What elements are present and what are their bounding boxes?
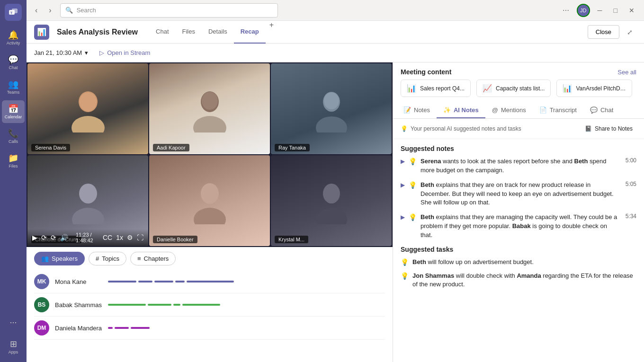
participant-label-danielle: Danielle Booker [153, 236, 197, 243]
tab-ai-notes[interactable]: ✨ AI Notes [437, 103, 485, 118]
search-box[interactable]: 🔍 Search [60, 3, 278, 18]
speed-button[interactable]: 1x [116, 234, 123, 241]
play-button[interactable]: ▶ [32, 234, 37, 241]
sidebar-item-chat[interactable]: 💬 Chat [2, 51, 25, 74]
tab-mentions[interactable]: @ Mentions [485, 103, 533, 118]
sidebar-item-more[interactable]: ··· [2, 311, 25, 334]
activity-icon: 🔔 [8, 31, 18, 39]
settings-button[interactable]: ⚙ [127, 234, 133, 241]
open-stream-label: Open in Stream [107, 49, 150, 56]
note-bulb-icon-3: 💡 [409, 213, 417, 221]
share-notes-label: Share to Notes [595, 125, 633, 132]
sidebar-item-teams[interactable]: 👥 Teams [2, 76, 25, 98]
sidebar-item-calendar[interactable]: 📅 Calendar [2, 100, 25, 123]
svg-point-12 [79, 184, 97, 203]
note-time-2: 5:05 [626, 181, 636, 187]
forward-button[interactable]: ⟳ [51, 234, 56, 241]
ai-subheader: 💡 Your personal AI suggested notes and t… [393, 119, 644, 139]
svg-point-5 [80, 92, 97, 111]
table-row: DM Daniela Mandera [34, 317, 385, 340]
mute-button[interactable]: 🔊 [60, 234, 68, 241]
expand-icon[interactable]: ▶ [401, 158, 405, 165]
sidebar-item-files[interactable]: 📁 Files [2, 150, 25, 172]
close-window-button[interactable]: ✕ [625, 5, 638, 16]
ai-notes-tab-icon: ✨ [443, 106, 451, 114]
sidebar-item-apps[interactable]: ⊞ Apps [2, 336, 25, 358]
participant-label-ray: Ray Tanaka [275, 144, 310, 151]
maximize-button[interactable]: □ [610, 5, 621, 16]
svg-rect-1 [12, 9, 18, 13]
sidebar-label-files: Files [9, 164, 18, 168]
sidebar: T 🔔 Activity 💬 Chat 👥 Teams 📅 Calendar 📞… [0, 0, 27, 362]
chapters-tab[interactable]: ≡ Chapters [130, 252, 176, 265]
list-item: 💡 Jon Shammas will double check with Ama… [401, 272, 636, 290]
meeting-content-title: Meeting content [401, 68, 451, 76]
tab-details[interactable]: Details [202, 21, 234, 44]
sidebar-item-calls[interactable]: 📞 Calls [2, 125, 25, 148]
sidebar-label-calls: Calls [9, 139, 18, 144]
topics-label: Topics [102, 255, 119, 262]
sidebar-label-teams: Teams [7, 90, 20, 95]
onenote-icon: 📓 [585, 125, 592, 132]
expand-icon-3[interactable]: ▶ [401, 214, 405, 221]
svg-point-10 [316, 116, 347, 132]
tab-notes[interactable]: 📝 Notes [397, 103, 437, 118]
video-controls: ▶ ⟳ ⟳ 🔊 11:23 / 1:48:42 CC 1x ⚙ ⛶ [27, 229, 148, 246]
video-grid: Serena Davis Aadi Kapoor [27, 62, 393, 247]
speakers-tab[interactable]: 👥 Speakers [34, 252, 85, 265]
close-meeting-button[interactable]: Close [588, 25, 619, 39]
note-bulb-icon-2: 💡 [409, 181, 417, 189]
file-chip-ppt2[interactable]: 📊 VanArsdel PitchDe... [556, 79, 632, 97]
list-item: 💡 Beth will follow up on advertisement b… [401, 258, 636, 267]
note-time-3: 5:34 [626, 213, 636, 220]
tab-transcript[interactable]: 📄 Transcript [533, 103, 583, 118]
date-selector[interactable]: Jan 21, 10:30 AM ▾ [34, 49, 88, 56]
user-avatar[interactable]: JD [577, 4, 590, 17]
ai-notes-tab-label: AI Notes [454, 106, 479, 114]
share-to-notes-button[interactable]: 📓 Share to Notes [581, 124, 636, 134]
tab-chat[interactable]: Chat [149, 21, 175, 44]
mentions-tab-label: Mentions [501, 106, 526, 114]
expand-icon-2[interactable]: ▶ [401, 182, 405, 188]
task-bulb-icon-1: 💡 [401, 258, 409, 266]
chevron-down-icon: ▾ [85, 49, 88, 56]
rewind-button[interactable]: ⟳ [41, 234, 47, 241]
speakers-list: MK Mona Kane BS Babak Shammas [27, 270, 393, 362]
meeting-title: Sales Analysis Review [57, 28, 138, 36]
list-item: ▶ 💡 Beth explains that they are on track… [401, 181, 636, 208]
video-cell-aadi: Aadi Kapoor [149, 63, 270, 154]
minimize-button[interactable]: ─ [594, 5, 606, 16]
search-icon: 🔍 [65, 7, 73, 14]
file-chip-xlsx[interactable]: 📈 Capacity stats list... [476, 79, 551, 97]
tab-chat-notes[interactable]: 💬 Chat [583, 103, 620, 118]
see-all-button[interactable]: See all [617, 69, 636, 76]
nav-back-button[interactable]: ‹ [32, 4, 40, 17]
tab-files[interactable]: Files [176, 21, 202, 44]
pop-out-button[interactable]: ⤢ [623, 26, 636, 38]
chapters-label: Chapters [144, 255, 169, 262]
more-options-button[interactable]: ⋯ [559, 5, 573, 16]
tab-recap[interactable]: Recap [234, 21, 266, 44]
app-logo[interactable]: T [5, 4, 22, 21]
add-tab-button[interactable]: + [266, 21, 277, 44]
files-icon: 📁 [8, 154, 18, 162]
title-bar-right: ⋯ JD ─ □ ✕ [559, 4, 638, 17]
svg-point-11 [324, 92, 339, 109]
open-stream-button[interactable]: ▷ Open in Stream [96, 47, 154, 58]
speaker-name-mona: Mona Kane [55, 278, 102, 285]
svg-point-14 [201, 183, 219, 204]
date-text: Jan 21, 10:30 AM [34, 49, 82, 56]
more-icon: ··· [9, 318, 17, 327]
apps-icon: ⊞ [10, 340, 17, 348]
svg-point-17 [316, 208, 347, 224]
topics-tab[interactable]: # Topics [89, 252, 126, 265]
cc-button[interactable]: CC [103, 234, 112, 241]
ai-hint: 💡 Your personal AI suggested notes and t… [401, 125, 521, 132]
speaker-timeline [108, 326, 385, 330]
nav-forward-button[interactable]: › [46, 4, 54, 17]
file-chip-ppt1[interactable]: 📊 Sales report Q4... [401, 79, 471, 97]
fullscreen-button[interactable]: ⛶ [137, 234, 143, 241]
ai-hint-text: Your personal AI suggested notes and tas… [411, 125, 521, 132]
sidebar-item-activity[interactable]: 🔔 Activity [2, 26, 25, 49]
task-bulb-icon-2: 💡 [401, 272, 409, 280]
